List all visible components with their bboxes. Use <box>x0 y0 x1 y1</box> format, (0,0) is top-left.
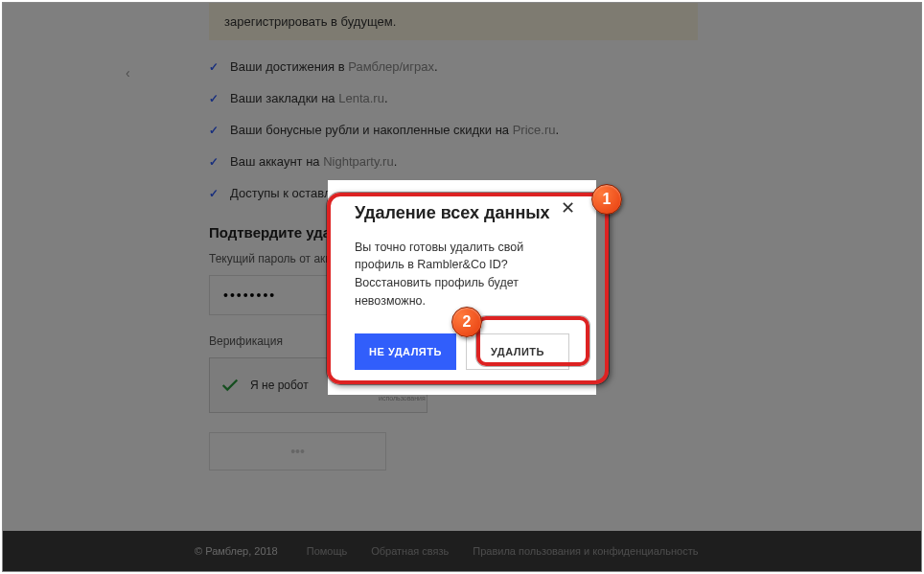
page-frame: ‹ зарегистрировать в будущем. ✓ Ваши дос… <box>2 2 922 572</box>
annotation-number-1: 1 <box>591 184 622 215</box>
close-icon[interactable]: ✕ <box>561 199 575 217</box>
modal-text: Вы точно готовы удалить свой профиль в R… <box>355 239 569 310</box>
modal-title: Удаление всех данных <box>355 203 569 223</box>
modal-buttons: НЕ УДАЛЯТЬ УДАЛИТЬ <box>355 333 569 370</box>
confirm-delete-button[interactable]: УДАЛИТЬ <box>466 333 569 370</box>
cancel-button[interactable]: НЕ УДАЛЯТЬ <box>355 333 456 370</box>
annotation-number-2: 2 <box>451 307 482 337</box>
delete-confirmation-modal: ✕ Удаление всех данных Вы точно готовы у… <box>328 180 596 395</box>
modal-overlay: ✕ Удаление всех данных Вы точно готовы у… <box>3 3 921 571</box>
